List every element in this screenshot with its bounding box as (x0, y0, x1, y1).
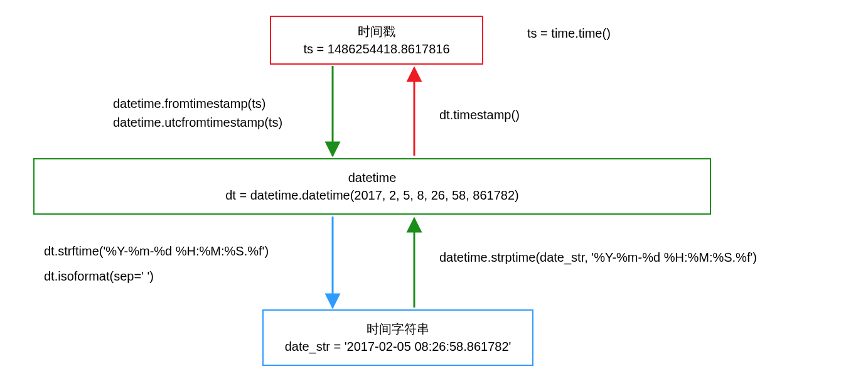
label-ts-to-dt-1: datetime.fromtimestamp(ts) (113, 94, 282, 113)
label-dt-to-str-1: dt.strftime('%Y-%m-%d %H:%M:%S.%f') (44, 242, 269, 260)
label-dt-to-ts: dt.timestamp() (439, 105, 520, 124)
node-datetime: datetime dt = datetime.datetime(2017, 2,… (33, 158, 711, 215)
label-dt-to-str-2: dt.isoformat(sep=' ') (44, 267, 269, 286)
node-datetime-title: datetime (348, 169, 397, 186)
label-ts-to-dt-2: datetime.utcfromtimestamp(ts) (113, 113, 282, 132)
node-timestamp-value: ts = 1486254418.8617816 (304, 40, 450, 58)
label-ts-source: ts = time.time() (527, 24, 611, 43)
label-dt-to-str: dt.strftime('%Y-%m-%d %H:%M:%S.%f') dt.i… (44, 242, 269, 286)
node-datestring-value: date_str = '2017-02-05 08:26:58.861782' (285, 338, 512, 355)
node-timestamp-title: 时间戳 (358, 23, 395, 40)
label-ts-to-dt: datetime.fromtimestamp(ts) datetime.utcf… (113, 94, 282, 132)
node-datestring: 时间字符串 date_str = '2017-02-05 08:26:58.86… (262, 309, 533, 366)
diagram-stage: 时间戳 ts = 1486254418.8617816 datetime dt … (0, 0, 868, 391)
node-timestamp: 时间戳 ts = 1486254418.8617816 (270, 16, 483, 65)
node-datestring-title: 时间字符串 (367, 320, 429, 338)
node-datetime-value: dt = datetime.datetime(2017, 2, 5, 8, 26… (225, 186, 519, 204)
label-str-to-dt: datetime.strptime(date_str, '%Y-%m-%d %H… (439, 248, 757, 267)
